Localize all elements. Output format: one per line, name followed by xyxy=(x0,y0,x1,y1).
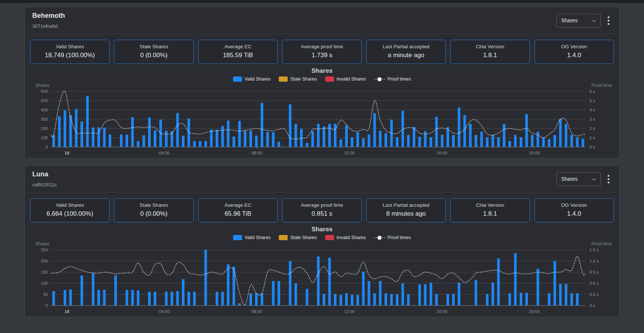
stat-card-valid-shares: Valid Shares 18,749 (100.00%) xyxy=(30,40,109,64)
legend-label: Proof times xyxy=(388,76,411,82)
stat-value: 18,749 (100.00%) xyxy=(32,52,108,59)
svg-text:0: 0 xyxy=(46,303,48,308)
svg-text:16:00: 16:00 xyxy=(437,309,447,314)
stat-label: Average proof time xyxy=(284,202,360,208)
svg-text:18: 18 xyxy=(65,309,69,314)
svg-text:400: 400 xyxy=(41,108,48,112)
chart-legend: Valid Shares Stale Shares Invalid Shares… xyxy=(25,235,619,240)
legend-proof-times[interactable]: Proof times xyxy=(374,235,411,240)
shares-chart: 0501001502002500 s0.3 s0.6 s0.9 s1.2 s1.… xyxy=(32,241,612,315)
legend-stale-shares[interactable]: Stale Shares xyxy=(279,76,317,82)
stat-value: 1.8.1 xyxy=(452,210,528,218)
svg-text:Proof time: Proof time xyxy=(591,241,612,247)
kebab-icon xyxy=(608,175,609,183)
stat-card-chia-version: Chia Version 1.8.1 xyxy=(450,198,530,222)
svg-text:100: 100 xyxy=(41,136,48,140)
legend-stale-shares[interactable]: Stale Shares xyxy=(279,235,317,240)
farmer-name: Luna xyxy=(32,170,57,178)
stale-shares-swatch-icon xyxy=(279,76,288,82)
invalid-shares-swatch-icon xyxy=(325,76,334,82)
chart-type-value: Shares xyxy=(561,176,578,182)
svg-text:5 s: 5 s xyxy=(589,98,595,103)
farmer-name: Behemoth xyxy=(32,12,65,20)
proof-times-dotted-line-icon xyxy=(374,77,385,81)
stat-value: 1.4.0 xyxy=(536,52,612,59)
stat-label: OG Version xyxy=(536,44,612,49)
legend-label: Stale Shares xyxy=(290,235,317,240)
chart-type-select[interactable]: Shares xyxy=(556,14,601,27)
stat-label: Stale Shares xyxy=(116,202,192,208)
svg-text:12:00: 12:00 xyxy=(344,151,355,155)
svg-text:150: 150 xyxy=(41,270,48,274)
legend-label: Valid Shares xyxy=(245,235,271,240)
stat-card-og-version: OG Version 1.4.0 xyxy=(535,40,614,64)
panel-header: Behemoth 3071efce6d Shares xyxy=(25,7,619,34)
stat-card-average-proof-time: Average proof time 0.851 s xyxy=(282,198,362,222)
stat-value: 1.8.1 xyxy=(452,52,528,59)
legend-label: Proof times xyxy=(388,235,411,240)
svg-text:18: 18 xyxy=(65,151,69,155)
svg-text:Proof time: Proof time xyxy=(591,83,612,88)
stat-value: 6,664 (100.00%) xyxy=(32,210,108,218)
stat-card-og-version: OG Version 1.4.0 xyxy=(535,198,614,222)
stat-label: Valid Shares xyxy=(32,202,108,208)
stat-value: 1.4.0 xyxy=(536,210,612,218)
stat-label: Last Partial accepted xyxy=(368,202,444,208)
panel-controls: Shares xyxy=(556,172,612,186)
chart-type-select[interactable]: Shares xyxy=(556,172,601,186)
svg-text:50: 50 xyxy=(43,292,48,297)
stat-card-last-partial: Last Partial accepted a minute ago xyxy=(366,40,446,64)
kebab-icon xyxy=(608,16,609,25)
panel-menu-button[interactable] xyxy=(605,15,612,26)
legend-invalid-shares[interactable]: Invalid Shares xyxy=(325,235,366,240)
stale-shares-swatch-icon xyxy=(279,235,288,240)
proof-times-dotted-line-icon xyxy=(374,236,385,240)
svg-text:12:00: 12:00 xyxy=(344,309,355,314)
panel-titles: Luna caf910011c xyxy=(32,170,57,187)
stat-card-valid-shares: Valid Shares 6,664 (100.00%) xyxy=(30,198,109,222)
svg-text:250: 250 xyxy=(41,248,48,252)
svg-text:3 s: 3 s xyxy=(589,117,595,121)
legend-invalid-shares[interactable]: Invalid Shares xyxy=(325,76,366,82)
svg-text:0.3 s: 0.3 s xyxy=(589,292,599,297)
svg-text:0 s: 0 s xyxy=(589,145,595,149)
invalid-shares-swatch-icon xyxy=(325,235,334,240)
legend-proof-times[interactable]: Proof times xyxy=(374,76,411,82)
chart-type-value: Shares xyxy=(561,17,578,23)
svg-text:1.2 s: 1.2 s xyxy=(589,259,599,263)
legend-valid-shares[interactable]: Valid Shares xyxy=(233,235,271,240)
stat-label: Average EC xyxy=(200,202,276,208)
stat-label: Chia Version xyxy=(452,44,528,49)
stat-label: Chia Version xyxy=(452,202,528,208)
stats-row: Valid Shares 6,664 (100.00%) Stale Share… xyxy=(25,193,619,222)
svg-text:0: 0 xyxy=(46,145,48,149)
svg-text:08:00: 08:00 xyxy=(251,151,262,155)
chevron-down-icon xyxy=(592,176,596,182)
stat-label: Stale Shares xyxy=(116,44,192,49)
stat-value: 0 (0.00%) xyxy=(116,210,192,218)
legend-label: Invalid Shares xyxy=(337,235,366,240)
svg-text:04:00: 04:00 xyxy=(159,309,170,314)
svg-text:Shares: Shares xyxy=(35,241,49,247)
chart-title: Shares xyxy=(25,226,619,233)
stat-value: 185.59 TiB xyxy=(200,52,276,59)
stat-card-last-partial: Last Partial accepted 8 minutes ago xyxy=(366,198,446,222)
svg-text:2 s: 2 s xyxy=(589,126,595,131)
svg-text:200: 200 xyxy=(41,126,48,131)
stats-row: Valid Shares 18,749 (100.00%) Stale Shar… xyxy=(25,34,619,64)
chart-title: Shares xyxy=(25,67,619,75)
legend-valid-shares[interactable]: Valid Shares xyxy=(233,76,271,82)
svg-text:1.5 s: 1.5 s xyxy=(589,248,599,252)
window-top-edge xyxy=(0,0,644,3)
chart-legend: Valid Shares Stale Shares Invalid Shares… xyxy=(25,76,619,82)
svg-text:200: 200 xyxy=(41,259,48,263)
stat-card-average-ec: Average EC 65.96 TiB xyxy=(198,198,278,222)
svg-text:20:00: 20:00 xyxy=(529,309,540,314)
svg-text:4 s: 4 s xyxy=(589,108,595,112)
farmer-id: 3071efce6d xyxy=(32,23,65,29)
stat-card-stale-shares: Stale Shares 0 (0.00%) xyxy=(114,40,193,64)
shares-chart: 01002003004005006000 s1 s2 s3 s4 s5 s6 s… xyxy=(32,82,612,157)
panel-menu-button[interactable] xyxy=(605,173,612,185)
svg-text:08:00: 08:00 xyxy=(251,309,262,314)
svg-text:100: 100 xyxy=(41,281,48,285)
